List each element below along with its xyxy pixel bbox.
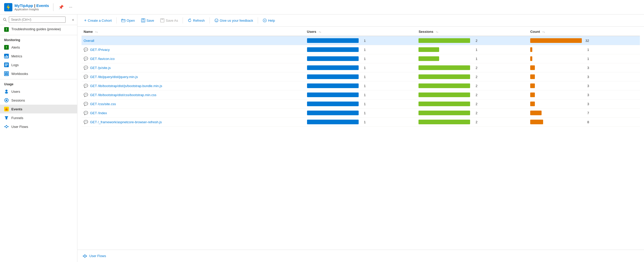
svg-rect-39 xyxy=(142,20,144,22)
sidebar-item-sessions[interactable]: Sessions xyxy=(0,96,77,105)
table-row[interactable]: 💬GET /Index127 xyxy=(82,109,640,118)
open-icon xyxy=(121,18,125,22)
name-link[interactable]: GET /js/site.js xyxy=(90,66,111,70)
sidebar-item-troubleshooting[interactable]: ! Troubleshooting guides (preview) xyxy=(0,25,77,34)
cell-users: 1 xyxy=(305,54,417,63)
table-row[interactable]: 💬GET /_framework/aspnetcore-browser-refr… xyxy=(82,118,640,127)
search-icon xyxy=(3,18,7,21)
users-value: 1 xyxy=(361,93,366,97)
table-row[interactable]: 💬GET /Privacy111 xyxy=(82,45,640,54)
table-row[interactable]: Overall1232 xyxy=(82,36,640,45)
footer-user-flows[interactable]: User Flows xyxy=(77,250,111,262)
svg-point-30 xyxy=(7,126,9,127)
name-sort-icon: ↑↓ xyxy=(95,30,98,33)
svg-line-34 xyxy=(7,127,7,128)
cell-sessions: 2 xyxy=(416,90,528,99)
svg-line-32 xyxy=(5,127,6,128)
cell-count: 3 xyxy=(528,99,640,109)
cell-name: 💬GET /lib/jquery/dist/jquery.min.js xyxy=(82,72,305,81)
collapse-sidebar-button[interactable]: « xyxy=(72,18,74,22)
svg-rect-15 xyxy=(5,66,7,66)
table-row[interactable]: 💬GET /lib/bootstrap/dist/css/bootstrap.m… xyxy=(82,90,640,99)
name-link[interactable]: GET /lib/bootstrap/dist/js/bootstrap.bun… xyxy=(90,84,162,88)
col-header-users[interactable]: Users ↑↓ xyxy=(305,27,417,36)
feedback-button[interactable]: Give us your feedback xyxy=(212,17,256,24)
users-value: 1 xyxy=(361,57,366,61)
app-logo: MyTipApp | Events Application Insights xyxy=(4,3,49,11)
svg-point-2 xyxy=(3,18,6,20)
cell-count: 7 xyxy=(528,109,640,118)
more-options-icon[interactable]: ··· xyxy=(68,4,73,11)
svg-line-54 xyxy=(85,256,86,257)
table-row[interactable]: 💬GET /favicon.ico111 xyxy=(82,54,640,63)
cell-name: 💬GET /Index xyxy=(82,109,305,118)
name-link[interactable]: GET /favicon.ico xyxy=(90,57,115,61)
users-icon xyxy=(4,89,9,94)
pin-icon[interactable]: 📌 xyxy=(58,4,65,11)
sidebar-item-users[interactable]: Users xyxy=(0,87,77,96)
count-value: 7 xyxy=(584,111,589,115)
svg-text:?: ? xyxy=(264,19,265,22)
toolbar-divider-2 xyxy=(183,17,183,24)
sidebar-search-container: « xyxy=(0,14,77,25)
name-link[interactable]: GET /Index xyxy=(90,111,107,115)
svg-point-21 xyxy=(5,92,8,94)
user-flows-icon xyxy=(4,124,9,129)
create-cohort-button[interactable]: + Create a Cohort xyxy=(82,17,114,24)
sidebar-item-events[interactable]: Events xyxy=(0,105,77,113)
request-icon: 💬 xyxy=(84,48,88,52)
sidebar-item-workbooks[interactable]: Workbooks xyxy=(0,69,77,78)
sidebar-item-logs[interactable]: Logs xyxy=(0,60,77,69)
open-button[interactable]: Open xyxy=(119,17,138,24)
refresh-icon xyxy=(188,18,192,22)
save-label: Save xyxy=(147,19,154,22)
cell-users: 1 xyxy=(305,36,417,45)
col-header-count[interactable]: Count ↑↓ xyxy=(528,27,640,36)
svg-rect-9 xyxy=(5,56,5,58)
name-link[interactable]: Overall xyxy=(84,39,94,43)
svg-point-47 xyxy=(83,256,84,257)
users-value: 1 xyxy=(361,66,366,70)
col-header-sessions[interactable]: Sessions ↑↓ xyxy=(416,27,528,36)
save-as-button[interactable]: Save As xyxy=(158,17,181,24)
sidebar-item-user-flows[interactable]: User Flows xyxy=(0,122,77,131)
count-value: 3 xyxy=(584,102,589,106)
sidebar-item-alerts[interactable]: ! Alerts xyxy=(0,43,77,52)
table-row[interactable]: 💬GET /lib/bootstrap/dist/js/bootstrap.bu… xyxy=(82,81,640,90)
refresh-button[interactable]: Refresh xyxy=(185,17,207,24)
svg-point-23 xyxy=(6,99,7,101)
cell-users: 1 xyxy=(305,63,417,72)
save-button[interactable]: Save xyxy=(139,17,157,24)
alerts-icon: ! xyxy=(4,45,9,50)
users-value: 1 xyxy=(361,39,366,43)
cell-users: 1 xyxy=(305,90,417,99)
metrics-label: Metrics xyxy=(11,54,22,58)
svg-point-50 xyxy=(86,256,87,257)
sessions-value: 2 xyxy=(472,75,477,79)
count-bar xyxy=(530,120,543,124)
user-flows-footer-label: User Flows xyxy=(89,254,106,258)
table-row[interactable]: 💬GET /css/site.css123 xyxy=(82,99,640,109)
name-link[interactable]: GET /lib/jquery/dist/jquery.min.js xyxy=(90,75,138,79)
name-link[interactable]: GET /Privacy xyxy=(90,48,110,52)
logs-icon xyxy=(4,63,9,67)
sidebar-item-funnels[interactable]: Funnels xyxy=(0,113,77,122)
cell-sessions: 2 xyxy=(416,63,528,72)
count-sort-icon: ↑↓ xyxy=(542,30,545,33)
name-link[interactable]: GET /_framework/aspnetcore-browser-refre… xyxy=(90,120,162,124)
table-row[interactable]: 💬GET /lib/jquery/dist/jquery.min.js123 xyxy=(82,72,640,81)
app-header: MyTipApp | Events Application Insights 📌… xyxy=(0,0,644,14)
name-link[interactable]: GET /lib/bootstrap/dist/css/bootstrap.mi… xyxy=(90,93,156,97)
table-row[interactable]: 💬GET /js/site.js123 xyxy=(82,63,640,72)
svg-point-29 xyxy=(6,127,7,128)
svg-point-44 xyxy=(217,20,217,20)
cell-sessions: 2 xyxy=(416,118,528,127)
search-input[interactable] xyxy=(9,17,66,23)
users-value: 1 xyxy=(361,120,366,124)
footer-nav: User Flows xyxy=(77,250,644,262)
cell-sessions: 1 xyxy=(416,45,528,54)
name-link[interactable]: GET /css/site.css xyxy=(90,102,116,106)
sidebar-item-metrics[interactable]: Metrics xyxy=(0,52,77,60)
help-button[interactable]: ? Help xyxy=(260,17,278,24)
col-header-name[interactable]: Name ↑↓ xyxy=(82,27,305,36)
